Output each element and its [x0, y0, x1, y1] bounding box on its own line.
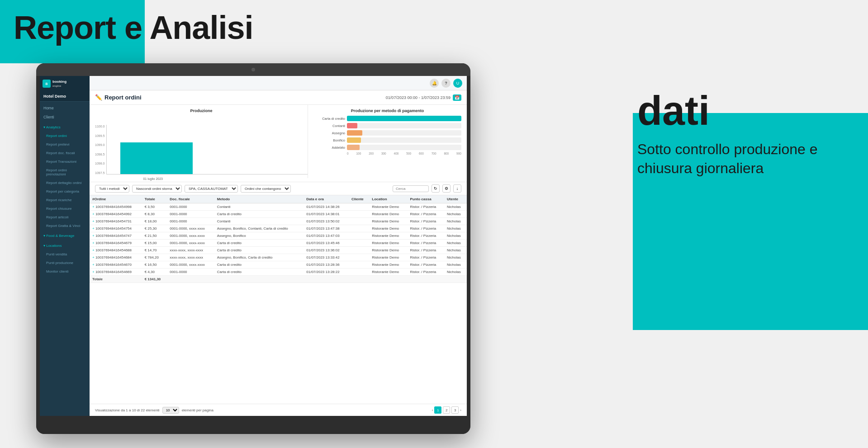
page-btn-1[interactable]: 1 [434, 406, 441, 414]
sidebar-item-report-categoria[interactable]: Report per categoria [40, 187, 90, 196]
cell-doc: 0001-0000, xxxx-xxxx [167, 232, 214, 240]
table-row[interactable]: + 100376948416454679 € 15,00 0001-0000, … [90, 240, 467, 247]
chevron-next[interactable]: › [460, 408, 461, 412]
orders-filter[interactable]: Ordini che contangono [241, 185, 291, 193]
page-btn-2[interactable]: 2 [443, 406, 450, 414]
cell-doc: 0001-0000, xxxx-xxxx [167, 240, 214, 247]
expand-icon[interactable]: + [92, 270, 95, 274]
sidebar-item-report-gratta[interactable]: Report Gratta & Vinci [40, 222, 90, 230]
cell-totale: € 21,50 [142, 232, 167, 240]
payment-bar-track [347, 116, 461, 121]
report-edit-icon: ✏️ [95, 94, 102, 101]
help-icon[interactable]: ? [441, 79, 451, 88]
filters-bar: Tutti i metodi Nascondi ordini storna SP… [90, 182, 467, 195]
payment-bar-track [347, 123, 461, 128]
expand-icon[interactable]: + [92, 255, 95, 259]
main-bar [120, 142, 193, 174]
sidebar-item-report-ricariche[interactable]: Report ricariche [40, 196, 90, 204]
cell-doc: 0001-0000 [167, 211, 214, 218]
table-row[interactable]: + 100376948416454754 € 25,30 0001-0000, … [90, 225, 467, 232]
payment-bar-row: Addebito [313, 145, 461, 150]
cell-punto: Ristor. / Pizzeria [407, 240, 444, 247]
sidebar-item-analytics[interactable]: ▾ Analytics [40, 122, 90, 132]
expand-icon[interactable]: + [92, 226, 95, 231]
expand-icon[interactable]: + [92, 263, 95, 267]
total-label: Totale [90, 276, 142, 283]
search-input[interactable] [393, 185, 429, 192]
user-avatar[interactable]: U [453, 79, 462, 88]
table-row[interactable]: + 100376948416454747 € 21,50 0001-0000, … [90, 232, 467, 240]
topbar-icons: 🔔 ? U [430, 79, 462, 88]
sidebar-item-report-doc-fiscali[interactable]: Report doc. fiscali [40, 149, 90, 157]
cell-punto: Ristor. / Pizzeria [407, 261, 444, 269]
col-data-ora: Data e ora [304, 195, 349, 203]
sidebar-item-report-transazioni[interactable]: Report Transazioni [40, 157, 90, 166]
cell-cliente [349, 225, 369, 232]
table-row[interactable]: + 100376948416454670 € 16,50 0001-0000, … [90, 261, 467, 269]
col-cliente: Cliente [349, 195, 369, 203]
method-filter[interactable]: Tutti i metodi [95, 185, 129, 193]
payment-bar-track [347, 137, 461, 143]
expand-icon[interactable]: + [92, 205, 95, 209]
payment-bar-label: Bonifico [313, 138, 345, 142]
cell-cliente [349, 269, 369, 276]
table-wrapper: #Ordine Totale Doc. fiscale Metodo Data … [90, 195, 467, 404]
logo-text: bookingengine [52, 80, 66, 88]
cell-data: 01/07/2023 14:38:01 [304, 211, 349, 218]
sidebar-item-monitor-clienti[interactable]: Monitor clienti [40, 267, 90, 276]
calendar-button[interactable]: 📅 [453, 94, 461, 101]
table-row[interactable]: + 100376948416454669 € 4,30 0001-0000 Ca… [90, 269, 467, 276]
per-page-select[interactable]: 10 25 50 [162, 407, 179, 414]
sidebar-item-home[interactable]: Home [40, 104, 90, 113]
y-axis: 1100.0 1099.5 1099.0 1098.5 1098.0 1097.… [95, 125, 104, 174]
sidebar-item-report-prelievi[interactable]: Report prelievi [40, 140, 90, 149]
notification-icon[interactable]: 🔔 [430, 79, 439, 88]
cell-totale: € 14,70 [142, 247, 167, 254]
cell-data: 01/07/2023 13:47:03 [304, 232, 349, 240]
sidebar-item-punti-produzione[interactable]: Punti produzione [40, 259, 90, 267]
table-row[interactable]: + 100376948416454688 € 14,70 xxxx-xxxx, … [90, 247, 467, 254]
sidebar-item-food-beverage[interactable]: ▾ Food & Beverage [40, 230, 90, 240]
cell-location: Ristorante Demo [369, 269, 407, 276]
table-row[interactable]: + 100376948416454992 € 8,30 0001-0000 Ca… [90, 211, 467, 218]
payment-bar-fill [347, 123, 357, 128]
cell-cliente [349, 247, 369, 254]
payment-bar-track [347, 145, 461, 150]
hide-filter[interactable]: Nascondi ordini storna [132, 185, 182, 193]
col-ordine: #Ordine [90, 195, 142, 203]
col-metodo: Metodo [214, 195, 304, 203]
sidebar-item-report-articoli[interactable]: Report articoli [40, 213, 90, 222]
hotel-name: Hotel Demo [43, 94, 86, 99]
table-row[interactable]: + 100376948416454731 € 18,00 0001-0000 C… [90, 218, 467, 225]
settings-button[interactable]: ⚙ [442, 184, 451, 193]
sidebar-item-punti-vendita[interactable]: Punti vendita [40, 250, 90, 259]
expand-icon[interactable]: + [92, 241, 95, 245]
chevron-prev[interactable]: ‹ [432, 408, 433, 412]
expand-icon[interactable]: + [92, 219, 95, 223]
refresh-button[interactable]: ↻ [432, 184, 440, 193]
table-row[interactable]: + 100376948416454998 € 3,50 0001-0000 Co… [90, 203, 467, 211]
sidebar-item-report-ordini-pren[interactable]: Report ordini prenotazioni [40, 166, 90, 179]
expand-icon[interactable]: + [92, 234, 95, 238]
sidebar-item-locations[interactable]: ▾ Locations [40, 240, 90, 250]
col-totale: Totale [142, 195, 167, 203]
production-chart-title: Produzione [95, 108, 308, 113]
cell-totale: € 3,50 [142, 203, 167, 211]
cell-utente: Nicholas [444, 254, 467, 261]
cell-utente: Nicholas [444, 232, 467, 240]
payment-chart: Produzione per metodo di pagamento Carta… [308, 105, 461, 178]
sidebar-item-report-ordini[interactable]: Report ordini [40, 132, 90, 140]
expand-icon[interactable]: + [92, 212, 95, 216]
cassa-filter[interactable]: SPA, CASSA AUTOMAT [185, 185, 238, 193]
table-row[interactable]: + 100376948416454684 € 784,20 xxxx-xxxx,… [90, 254, 467, 261]
bar-date-label: 01 luglio 2023 [143, 177, 163, 180]
expand-icon[interactable]: + [92, 248, 95, 252]
right-panel: dati Sotto controllo produzione e chiusu… [637, 90, 854, 178]
download-button[interactable]: ↓ [453, 184, 461, 193]
cell-totale: € 8,30 [142, 211, 167, 218]
sidebar-item-report-chiusure[interactable]: Report chiusure [40, 204, 90, 213]
page-btn-3[interactable]: 3 [451, 406, 459, 414]
cell-data: 01/07/2023 13:33:42 [304, 254, 349, 261]
sidebar-item-report-dettaglio[interactable]: Report dettaglio ordini [40, 179, 90, 187]
sidebar-item-clienti[interactable]: Clienti [40, 113, 90, 122]
